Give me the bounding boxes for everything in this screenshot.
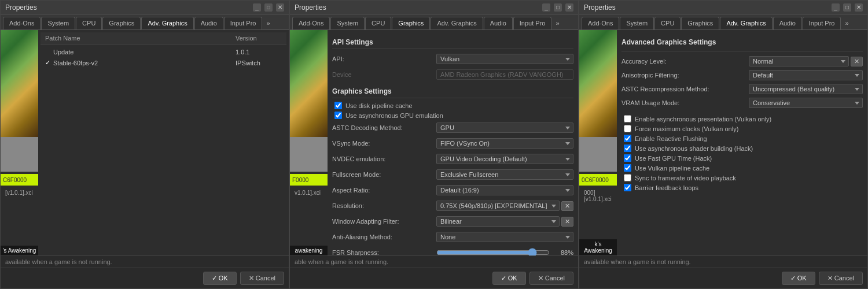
window-filter-select[interactable]: Bilinear	[436, 216, 560, 227]
cb-force-clocks-input[interactable]	[624, 125, 631, 132]
left-game-thumbnail	[1, 30, 38, 137]
item-version-stable: IPSwitch	[236, 60, 282, 66]
tab-input-right[interactable]: Input Pro	[803, 17, 841, 29]
tab-system-right[interactable]: System	[620, 17, 654, 29]
astc-decode-select[interactable]: GPU	[436, 123, 573, 133]
tab-system-left[interactable]: System	[41, 17, 75, 29]
list-item-stable[interactable]: ✓ Stable-60fps-v2 IPSwitch	[41, 57, 286, 68]
tab-addons-left[interactable]: Add-Ons	[3, 17, 41, 29]
middle-close-btn[interactable]: ✕	[565, 3, 573, 12]
middle-panel: Properties _ □ ✕ Add-Ons System CPU Grap…	[289, 0, 579, 289]
fsr-value: 88%	[553, 249, 573, 255]
cb-async-shader[interactable]: Use asynchronous shader building (Hack)	[621, 144, 863, 152]
patch-list: Update 1.0.1 ✓ Stable-60fps-v2 IPSwitch	[41, 45, 286, 71]
accuracy-select[interactable]: Normal	[749, 56, 849, 66]
fsr-slider[interactable]	[436, 248, 550, 255]
right-minimize-btn[interactable]: _	[832, 3, 840, 12]
left-title-bar: Properties _ □ ✕	[1, 1, 289, 14]
cb-fast-gpu-label: Use Fast GPU Time (Hack)	[635, 155, 712, 162]
aa-select[interactable]: None	[436, 232, 573, 242]
checkbox-async-gpu-label: Use asynchronous GPU emulation	[345, 112, 443, 119]
checkbox-disk-pipeline[interactable]: Use disk pipeline cache	[332, 102, 573, 109]
cb-barrier-feedback[interactable]: Barrier feedback loops	[621, 184, 863, 191]
cb-barrier-feedback-input[interactable]	[624, 184, 631, 191]
left-close-btn[interactable]: ✕	[276, 3, 284, 12]
tab-graphics-middle[interactable]: Graphics	[392, 17, 430, 29]
middle-maximize-btn[interactable]: □	[554, 3, 562, 12]
vsync-select[interactable]: FIFO (VSync On)	[436, 138, 573, 149]
cb-framerate-sync[interactable]: Sync to framerate of video playback	[621, 174, 863, 181]
tab-more-middle[interactable]: »	[552, 17, 562, 29]
nvdec-row: NVDEC emulation: GPU Video Decoding (Def…	[332, 153, 573, 165]
graphics-section-title: Graphics Settings	[332, 84, 573, 98]
tab-audio-right[interactable]: Audio	[773, 17, 802, 29]
tab-system-middle[interactable]: System	[330, 17, 365, 29]
cb-reactive-flush-input[interactable]	[624, 135, 631, 142]
cb-vulkan-pipeline-input[interactable]	[624, 164, 631, 172]
tab-audio-left[interactable]: Audio	[194, 17, 223, 29]
checkbox-async-gpu-input[interactable]	[334, 112, 342, 119]
aspect-label: Aspect Ratio:	[332, 187, 436, 194]
aspect-select[interactable]: Default (16:9)	[436, 185, 573, 195]
accuracy-clear-btn[interactable]: ✕	[851, 57, 863, 66]
item-name-update: Update	[53, 49, 236, 55]
left-ok-btn[interactable]: ✓ OK	[203, 272, 237, 285]
list-col-version: Version	[236, 35, 282, 42]
middle-cancel-btn[interactable]: ✕ Cancel	[529, 272, 573, 285]
window-filter-clear-btn[interactable]: ✕	[561, 217, 573, 227]
device-label: Device	[332, 71, 436, 78]
cb-force-clocks[interactable]: Force maximum clocks (Vulkan only)	[621, 125, 863, 132]
tab-input-middle[interactable]: Input Pro	[513, 17, 552, 29]
tab-advgraphics-right[interactable]: Adv. Graphics	[720, 17, 772, 29]
cb-framerate-sync-input[interactable]	[624, 174, 631, 181]
tab-addons-middle[interactable]: Add-Ons	[292, 17, 330, 29]
middle-ok-btn[interactable]: ✓ OK	[492, 272, 526, 285]
tab-advgraphics-middle[interactable]: Adv. Graphics	[431, 17, 483, 29]
cb-async-shader-input[interactable]	[624, 144, 631, 152]
middle-minimize-btn[interactable]: _	[542, 3, 550, 12]
tab-more-right[interactable]: »	[841, 17, 852, 29]
checkbox-async-gpu[interactable]: Use asynchronous GPU emulation	[332, 112, 573, 119]
left-minimize-btn[interactable]: _	[253, 3, 261, 12]
accuracy-row: Accuracy Level: Normal ✕	[621, 56, 863, 66]
tab-cpu-left[interactable]: CPU	[76, 17, 102, 29]
checkbox-disk-pipeline-input[interactable]	[334, 102, 342, 109]
left-cancel-btn[interactable]: ✕ Cancel	[240, 272, 284, 285]
middle-bottom-bar: ✓ OK ✕ Cancel	[290, 268, 578, 288]
right-maximize-btn[interactable]: □	[843, 3, 851, 12]
cb-reactive-flush[interactable]: Enable Reactive Flushing	[621, 135, 863, 142]
cb-vulkan-pipeline[interactable]: Use Vulkan pipeline cache	[621, 164, 863, 172]
tab-graphics-left[interactable]: Graphics	[102, 17, 141, 29]
cb-fast-gpu[interactable]: Use Fast GPU Time (Hack)	[621, 154, 863, 162]
tab-cpu-right[interactable]: CPU	[654, 17, 681, 29]
list-item-update[interactable]: Update 1.0.1	[41, 47, 286, 57]
api-select[interactable]: Vulkan	[436, 54, 573, 64]
tab-audio-middle[interactable]: Audio	[484, 17, 513, 29]
right-file-path: 000] [v1.0.1].xci	[579, 188, 617, 204]
tab-advgraphics-left[interactable]: Adv. Graphics	[141, 17, 193, 29]
tab-graphics-right[interactable]: Graphics	[681, 17, 719, 29]
nvdec-select[interactable]: GPU Video Decoding (Default)	[436, 154, 573, 164]
tab-input-left[interactable]: Input Pro	[224, 17, 263, 29]
right-ok-btn[interactable]: ✓ OK	[782, 272, 815, 285]
cb-framerate-sync-label: Sync to framerate of video playback	[635, 175, 736, 181]
accuracy-label: Accuracy Level:	[621, 58, 749, 65]
cb-async-present-input[interactable]	[624, 115, 631, 123]
resolution-select[interactable]: 0.75X (540p/810p) [EXPERIMENTAL]	[436, 201, 560, 211]
window-filter-label: Window Adapting Filter:	[332, 218, 436, 225]
astc-recomp-select[interactable]: Uncompressed (Best quality)	[749, 84, 863, 94]
aniso-select[interactable]: Default	[749, 70, 863, 80]
resolution-clear-btn[interactable]: ✕	[561, 201, 573, 211]
fullscreen-select[interactable]: Exclusive Fullscreen	[436, 169, 573, 180]
right-cancel-btn[interactable]: ✕ Cancel	[819, 272, 863, 285]
right-title-bar: Properties _ □ ✕	[579, 1, 867, 14]
tab-more-left[interactable]: »	[263, 17, 273, 29]
left-maximize-btn[interactable]: □	[264, 3, 273, 12]
vram-select[interactable]: Conservative	[749, 98, 863, 108]
cb-async-present[interactable]: Enable asynchronous presentation (Vulkan…	[621, 115, 863, 123]
cb-fast-gpu-input[interactable]	[624, 154, 631, 162]
resolution-label: Resolution:	[332, 202, 436, 209]
right-close-btn[interactable]: ✕	[855, 3, 863, 12]
tab-cpu-middle[interactable]: CPU	[365, 17, 391, 29]
tab-addons-right[interactable]: Add-Ons	[582, 17, 619, 29]
